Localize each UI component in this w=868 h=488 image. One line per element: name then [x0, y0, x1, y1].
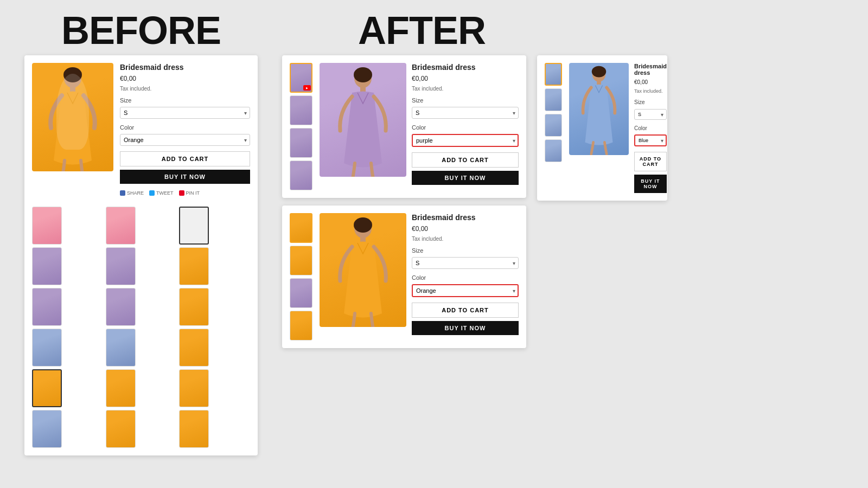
thumb-orange-6[interactable]: [106, 410, 136, 448]
after-panels: Bridesmaid dress €0,00 Tax included. Siz…: [282, 55, 852, 348]
after-orange-thumb-2[interactable]: [290, 246, 312, 275]
thumb-orange-3[interactable]: [179, 329, 209, 367]
before-pin-btn[interactable]: PIN IT: [179, 190, 200, 196]
before-size-select[interactable]: SML: [120, 107, 250, 119]
after-purple-color-label: Color: [412, 124, 519, 131]
after-blue-size-label: Size: [634, 99, 667, 105]
after-orange-add-to-cart-button[interactable]: ADD TO CART: [412, 303, 519, 318]
after-orange-color-select[interactable]: OrangePurpleBlue: [412, 284, 519, 297]
after-blue-thumbs: [545, 63, 564, 193]
after-blue-main-image: [569, 63, 629, 155]
thumb-pink-1[interactable]: [32, 207, 62, 245]
thumb-purple-1[interactable]: [32, 247, 62, 285]
before-product-tax: Tax included.: [120, 86, 250, 92]
before-buy-it-now-button[interactable]: BUY IT NOW: [120, 170, 250, 184]
svg-point-1: [63, 67, 82, 82]
after-blue-tax: Tax included.: [634, 88, 667, 94]
after-blue-add-to-cart-button[interactable]: ADD TO CART: [634, 152, 667, 171]
before-size-wrapper: SML: [120, 107, 250, 119]
after-card-blue: Bridesmaid dress €0,00 Tax included. Siz…: [537, 55, 667, 201]
thumb-orange-5[interactable]: [179, 369, 209, 407]
after-blue-size-select[interactable]: SML: [634, 109, 667, 120]
after-orange-thumb-4[interactable]: [290, 311, 312, 341]
after-blue-product-info: Bridesmaid dress €0,00 Tax included. Siz…: [634, 63, 667, 193]
before-color-wrapper: OrangePurpleBluePink: [120, 134, 250, 146]
after-purple-color-wrapper: purpleOrangeBlue: [412, 134, 519, 147]
after-orange-tax: Tax included.: [412, 236, 519, 242]
thumb-purple-4[interactable]: [106, 288, 136, 326]
after-blue-size-wrapper: SML: [634, 108, 667, 120]
after-blue-color-select[interactable]: BlueOrangePurple: [634, 134, 667, 146]
after-orange-price: €0,00: [412, 225, 519, 233]
after-blue-buy-it-now-button[interactable]: BUY IT NOW: [634, 175, 667, 193]
before-share-btn[interactable]: SHARE: [120, 190, 144, 196]
after-purple-tax: Tax included.: [412, 86, 519, 92]
before-product-card: Bridesmaid dress €0,00 Tax included. Siz…: [24, 55, 258, 455]
after-blue-thumb-2[interactable]: [545, 88, 562, 111]
after-purple-thumb-2[interactable]: [290, 95, 312, 125]
thumb-blue-1[interactable]: [32, 329, 62, 367]
after-orange-main-image: [320, 213, 406, 327]
after-purple-price: €0,00: [412, 75, 519, 82]
after-blue-thumb-1[interactable]: [545, 63, 562, 86]
after-purple-add-to-cart-button[interactable]: ADD TO CART: [412, 152, 519, 168]
thumb-blue-3[interactable]: [32, 410, 62, 448]
after-blue-thumb-3[interactable]: [545, 114, 562, 137]
thumb-orange-2[interactable]: [179, 288, 209, 326]
after-orange-thumbs: [290, 213, 314, 341]
page-wrapper: BEFORE: [0, 0, 868, 488]
after-blue-thumb-4[interactable]: [545, 139, 562, 162]
after-orange-size-select[interactable]: SML: [412, 257, 519, 269]
after-purple-product-info: Bridesmaid dress €0,00 Tax included. Siz…: [412, 63, 519, 190]
before-color-label: Color: [120, 124, 250, 131]
after-right-card: Bridesmaid dress €0,00 Tax included. Siz…: [537, 55, 667, 201]
after-purple-thumb-4[interactable]: [290, 160, 312, 190]
after-orange-title: Bridesmaid dress: [412, 213, 519, 222]
after-label: AFTER: [358, 11, 486, 50]
thumb-orange-1[interactable]: [179, 247, 209, 285]
before-size-label: Size: [120, 97, 250, 104]
thumb-blue-2[interactable]: [106, 329, 136, 367]
before-tweet-btn[interactable]: TWEET: [149, 190, 174, 196]
thumb-purple-2[interactable]: [106, 247, 136, 285]
twitter-icon: [149, 190, 155, 196]
after-purple-thumb-1[interactable]: [290, 63, 312, 93]
thumb-orange-selected[interactable]: [32, 369, 62, 407]
before-product-info: Bridesmaid dress €0,00 Tax included. Siz…: [120, 63, 250, 196]
after-purple-title: Bridesmaid dress: [412, 63, 519, 72]
after-purple-thumb-3[interactable]: [290, 128, 312, 158]
after-card-purple: Bridesmaid dress €0,00 Tax included. Siz…: [282, 55, 526, 198]
before-social-share: SHARE TWEET PIN IT: [120, 190, 250, 196]
svg-rect-2: [70, 87, 75, 93]
after-blue-price: €0,00: [634, 79, 667, 85]
thumb-orange-4[interactable]: [106, 369, 136, 407]
after-purple-size-label: Size: [412, 97, 519, 104]
thumb-white[interactable]: [179, 207, 209, 245]
before-color-select[interactable]: OrangePurpleBluePink: [120, 134, 250, 146]
after-purple-buy-it-now-button[interactable]: BUY IT NOW: [412, 171, 519, 185]
before-product-price: €0,00: [120, 75, 250, 82]
before-card-top: Bridesmaid dress €0,00 Tax included. Siz…: [32, 63, 250, 196]
after-orange-product-info: Bridesmaid dress €0,00 Tax included. Siz…: [412, 213, 519, 341]
after-purple-color-select[interactable]: purpleOrangeBlue: [412, 134, 519, 147]
after-orange-thumb-3[interactable]: [290, 278, 312, 308]
after-purple-size-select[interactable]: SML: [412, 107, 519, 119]
before-column: BEFORE: [16, 11, 266, 455]
thumb-pink-2[interactable]: [106, 207, 136, 245]
svg-point-10: [592, 66, 606, 78]
thumb-purple-3[interactable]: [32, 288, 62, 326]
before-main-image: [32, 63, 113, 171]
after-orange-buy-it-now-button[interactable]: BUY IT NOW: [412, 321, 519, 335]
after-blue-title: Bridesmaid dress: [634, 63, 667, 76]
after-card-orange: Bridesmaid dress €0,00 Tax included. Siz…: [282, 206, 526, 348]
after-orange-thumb-1[interactable]: [290, 213, 312, 243]
thumb-orange-7[interactable]: [179, 410, 209, 448]
pinterest-icon: [179, 190, 184, 196]
after-column: AFTER: [282, 11, 852, 348]
after-purple-main-image: [320, 63, 406, 177]
after-blue-color-wrapper: BlueOrangePurple: [634, 134, 667, 146]
before-label: BEFORE: [61, 11, 221, 50]
before-add-to-cart-button[interactable]: ADD TO CART: [120, 151, 250, 166]
svg-point-4: [354, 67, 372, 82]
after-orange-color-wrapper: OrangePurpleBlue: [412, 284, 519, 297]
